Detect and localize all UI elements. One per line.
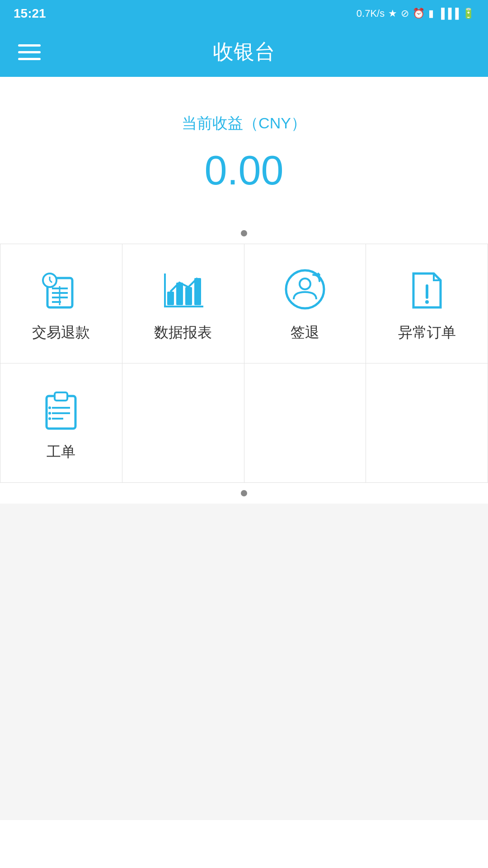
alarm-icon: ⊘ [401,8,409,19]
page-title: 收银台 [213,38,275,66]
menu-line-3 [18,58,41,60]
grid-label-work-orders: 工单 [47,442,75,462]
chart-bar-icon [160,267,206,312]
bluetooth-icon: ★ [388,8,397,19]
svg-rect-9 [167,292,174,305]
revenue-amount: 0.00 [204,147,283,194]
indicator-dot-1 [241,230,247,236]
menu-line-1 [18,44,41,47]
svg-point-26 [48,417,51,420]
sim-icon: ▮ [428,8,434,19]
bottom-area [0,504,488,820]
svg-rect-20 [55,392,67,401]
main-grid-menu: 交易退款 数据报表 [0,244,488,483]
svg-rect-12 [194,278,201,305]
grid-item-abnormal-orders[interactable]: 异常订单 [366,244,488,363]
hamburger-menu-button[interactable] [18,44,41,60]
bottom-page-indicator [0,483,488,504]
status-icons: 0.7K/s ★ ⊘ ⏰ ▮ ▐▐▐ 🔋 [357,8,474,19]
document-warning-icon [404,267,450,312]
grid-item-empty-3 [366,363,488,483]
revenue-label: 当前收益（CNY） [182,113,306,134]
grid-label-transaction-refund: 交易退款 [32,323,90,343]
svg-point-16 [300,278,310,289]
receipt-refund-icon [38,267,84,312]
svg-point-18 [425,300,429,304]
signal-icon: ▐▐▐ [437,8,459,19]
revenue-section: 当前收益（CNY） 0.00 [0,77,488,221]
grid-label-data-reports: 数据报表 [154,323,212,343]
grid-item-empty-2 [244,363,366,483]
grid-item-data-reports[interactable]: 数据报表 [122,244,244,363]
grid-label-sign-out: 签退 [291,323,319,343]
svg-point-24 [48,406,51,409]
status-time: 15:21 [14,6,46,21]
grid-item-empty-1 [122,363,244,483]
grid-item-sign-out[interactable]: 签退 [244,244,366,363]
indicator-dot-2 [241,490,247,496]
user-check-icon [282,267,328,312]
grid-label-abnormal-orders: 异常订单 [398,323,456,343]
menu-line-2 [18,51,41,53]
svg-point-25 [48,412,51,415]
network-speed: 0.7K/s [357,8,385,19]
clipboard-list-icon [38,386,84,431]
grid-item-transaction-refund[interactable]: 交易退款 [0,244,122,363]
status-bar: 15:21 0.7K/s ★ ⊘ ⏰ ▮ ▐▐▐ 🔋 [0,0,488,27]
battery-icon: 🔋 [462,8,474,19]
clock-icon: ⏰ [413,8,425,19]
grid-item-work-orders[interactable]: 工单 [0,363,122,483]
toolbar: 收银台 [0,27,488,77]
svg-rect-11 [185,287,192,305]
top-page-indicator [0,221,488,244]
